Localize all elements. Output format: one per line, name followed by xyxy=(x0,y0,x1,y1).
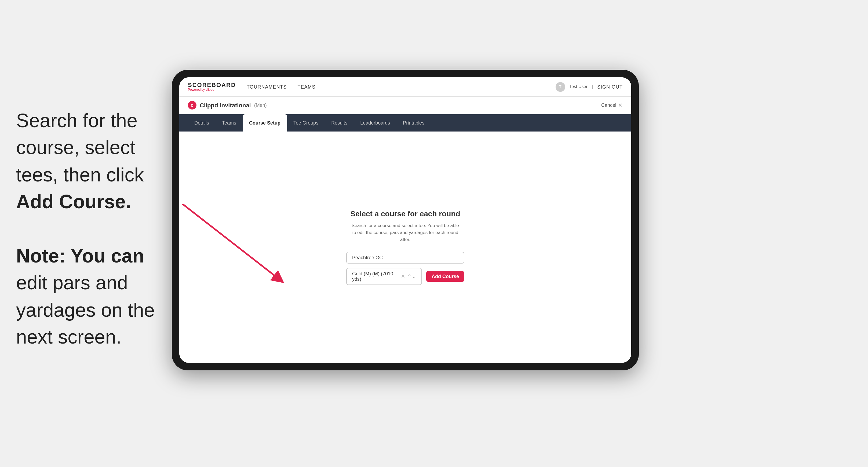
nav-right: T Test User | Sign out xyxy=(555,82,623,92)
tablet-screen: SCOREBOARD Powered by clippd TOURNAMENTS… xyxy=(179,77,631,363)
user-avatar: T xyxy=(555,82,565,92)
tablet-frame: SCOREBOARD Powered by clippd TOURNAMENTS… xyxy=(172,70,639,370)
logo: SCOREBOARD Powered by clippd xyxy=(188,82,236,91)
tab-printables[interactable]: Printables xyxy=(396,114,431,131)
cancel-label: Cancel xyxy=(601,102,616,108)
sign-out-link[interactable]: Sign out xyxy=(597,84,623,89)
tournament-title: Clippd Invitational xyxy=(200,102,251,108)
top-nav: SCOREBOARD Powered by clippd TOURNAMENTS… xyxy=(179,77,631,97)
tournament-name: C Clippd Invitational (Men) xyxy=(188,101,267,110)
user-name: Test User xyxy=(569,84,588,89)
tee-select-dropdown[interactable]: Gold (M) (M) (7010 yds) ✕ ⌃⌄ xyxy=(346,268,422,285)
nav-left: SCOREBOARD Powered by clippd TOURNAMENTS… xyxy=(188,82,316,91)
nav-tournaments[interactable]: TOURNAMENTS xyxy=(247,84,287,89)
content-title: Select a course for each round xyxy=(350,210,460,218)
tab-results[interactable]: Results xyxy=(325,114,354,131)
tournament-gender: (Men) xyxy=(254,102,267,108)
logo-text: SCOREBOARD xyxy=(188,82,236,88)
nav-separator: | xyxy=(592,84,593,89)
main-content: Select a course for each round Search fo… xyxy=(179,131,631,363)
nav-teams[interactable]: TEAMS xyxy=(298,84,316,89)
instruction-panel: Search for thecourse, selecttees, then c… xyxy=(16,107,166,351)
tournament-icon: C xyxy=(188,101,196,110)
cancel-button[interactable]: Cancel ✕ xyxy=(601,102,623,108)
tee-select-value: Gold (M) (M) (7010 yds) xyxy=(352,271,401,282)
tab-teams[interactable]: Teams xyxy=(216,114,243,131)
tee-clear-icon[interactable]: ✕ xyxy=(401,274,405,279)
logo-sub: Powered by clippd xyxy=(188,88,236,91)
tab-leaderboards[interactable]: Leaderboards xyxy=(354,114,396,131)
tab-details[interactable]: Details xyxy=(188,114,216,131)
course-search-input[interactable] xyxy=(346,251,464,263)
tee-select-controls: ✕ ⌃⌄ xyxy=(401,274,416,279)
tournament-header: C Clippd Invitational (Men) Cancel ✕ xyxy=(179,97,631,114)
tab-tee-groups[interactable]: Tee Groups xyxy=(287,114,325,131)
tab-course-setup[interactable]: Course Setup xyxy=(243,114,287,131)
cancel-x-icon: ✕ xyxy=(618,102,623,108)
tab-bar: Details Teams Course Setup Tee Groups Re… xyxy=(179,114,631,131)
tee-arrows-icon[interactable]: ⌃⌄ xyxy=(407,274,416,279)
tee-select-row: Gold (M) (M) (7010 yds) ✕ ⌃⌄ Add Course xyxy=(346,268,464,285)
instruction-text: Search for thecourse, selecttees, then c… xyxy=(16,107,166,216)
add-course-button[interactable]: Add Course xyxy=(426,271,464,282)
content-description: Search for a course and select a tee. Yo… xyxy=(351,222,459,243)
note-text: Note: You canedit pars andyardages on th… xyxy=(16,243,166,351)
